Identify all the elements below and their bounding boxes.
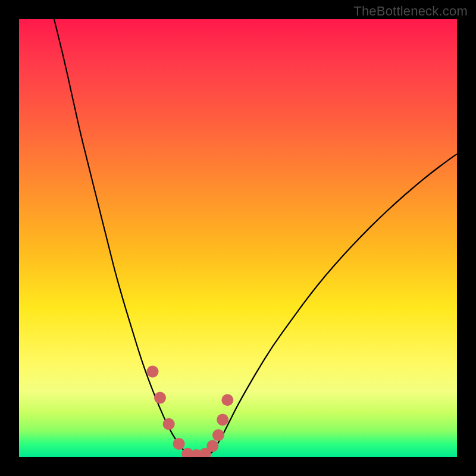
trough-marker [206, 440, 218, 452]
trough-marker-group [147, 366, 234, 458]
chart-svg [19, 19, 457, 457]
trough-marker [212, 429, 224, 441]
trough-marker [173, 438, 185, 450]
bottleneck-curve [54, 19, 457, 457]
trough-marker [221, 394, 233, 406]
curve-group [54, 19, 457, 457]
trough-marker [154, 392, 166, 404]
chart-frame: TheBottleneck.com [0, 0, 476, 476]
trough-marker [217, 414, 228, 425]
trough-marker [163, 418, 175, 430]
trough-marker [147, 366, 159, 378]
chart-plot-area [19, 19, 457, 457]
watermark-text: TheBottleneck.com [353, 4, 468, 19]
